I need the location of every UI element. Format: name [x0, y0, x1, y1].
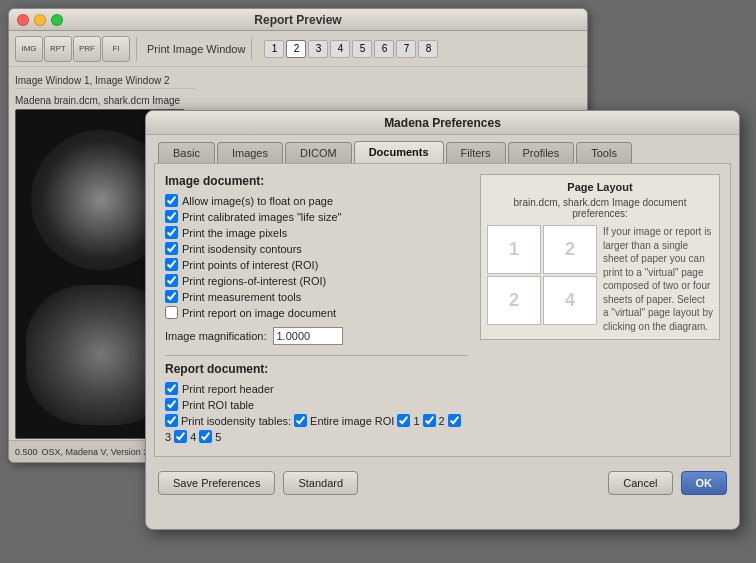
preferences-dialog: Madena Preferences Basic Images DICOM Do… — [145, 110, 740, 530]
cb-roi-label: Print regions-of-interest (ROI) — [182, 275, 326, 287]
image-doc-title: Image document: — [165, 174, 468, 188]
magnification-row: Image magnification: — [165, 327, 468, 345]
cb-poi-label: Print points of interest (ROI) — [182, 259, 318, 271]
tab-tools[interactable]: Tools — [576, 142, 632, 163]
cb-pixels[interactable] — [165, 226, 178, 239]
bg-toolbar: IMG RPT PRF FI Print Image Window 1 2 3 … — [9, 31, 587, 67]
page-layout-hint: If your image or report is larger than a… — [603, 225, 713, 333]
cb-iso-5[interactable] — [199, 430, 212, 443]
toolbar-group-image: IMG RPT PRF FI — [15, 36, 130, 62]
page-tab-7[interactable]: 7 — [396, 40, 416, 58]
cb-report-header-label: Print report header — [182, 383, 274, 395]
dialog-title: Madena Preferences — [384, 116, 501, 130]
cb-pixels-label: Print the image pixels — [182, 227, 287, 239]
page-cell-4[interactable]: 4 — [543, 276, 597, 325]
cb-entire-image[interactable] — [294, 414, 307, 427]
page-tab-5[interactable]: 5 — [352, 40, 372, 58]
cb-roi[interactable] — [165, 274, 178, 287]
checkbox-measurement: Print measurement tools — [165, 290, 468, 303]
page-tab-4[interactable]: 4 — [330, 40, 350, 58]
page-tab-3[interactable]: 3 — [308, 40, 328, 58]
dialog-content: Image document: Allow image(s) to float … — [154, 163, 731, 457]
toolbar-btn-report[interactable]: RPT — [44, 36, 72, 62]
cb-isodensity-label: Print isodensity contours — [182, 243, 302, 255]
cb-iso-1-label: 1 — [413, 415, 419, 427]
cb-float[interactable] — [165, 194, 178, 207]
toolbar-btn-fileinfo[interactable]: FI — [102, 36, 130, 62]
left-panel: Image document: Allow image(s) to float … — [165, 174, 468, 446]
minimize-button[interactable] — [34, 14, 46, 26]
tab-profiles[interactable]: Profiles — [508, 142, 575, 163]
cb-measurement[interactable] — [165, 290, 178, 303]
bg-info-bar: Image Window 1, Image Window 2 — [15, 73, 195, 89]
cb-isodensity-tables[interactable] — [165, 414, 178, 427]
cancel-button[interactable]: Cancel — [608, 471, 672, 495]
cb-measurement-label: Print measurement tools — [182, 291, 301, 303]
page-cell-2[interactable]: 2 — [543, 225, 597, 274]
toolbar-btn-image[interactable]: IMG — [15, 36, 43, 62]
bg-filename: Madena brain.dcm, shark.dcm Image — [15, 93, 195, 109]
save-preferences-button[interactable]: Save Preferences — [158, 471, 275, 495]
mag-label: Image magnification: — [165, 330, 267, 342]
right-panel: Page Layout brain.dcm, shark.dcm Image d… — [480, 174, 720, 446]
page-layout-box: Page Layout brain.dcm, shark.dcm Image d… — [480, 174, 720, 340]
bg-titlebar: Report Preview — [9, 9, 587, 31]
page-layout-title: Page Layout — [487, 181, 713, 193]
ok-button[interactable]: OK — [681, 471, 728, 495]
cb-isodensity-tables-label: Print isodensity tables: — [181, 415, 291, 427]
cb-report-header[interactable] — [165, 382, 178, 395]
cb-float-label: Allow image(s) to float on page — [182, 195, 333, 207]
dialog-titlebar: Madena Preferences — [146, 111, 739, 135]
tab-images[interactable]: Images — [217, 142, 283, 163]
tabs-bar: Basic Images DICOM Documents Filters Pro… — [146, 135, 739, 163]
cb-roi-table[interactable] — [165, 398, 178, 411]
mag-input[interactable] — [273, 327, 343, 345]
divider — [165, 355, 468, 356]
page-tab-2[interactable]: 2 — [286, 40, 306, 58]
cb-calibrated[interactable] — [165, 210, 178, 223]
maximize-button[interactable] — [51, 14, 63, 26]
checkbox-float: Allow image(s) to float on page — [165, 194, 468, 207]
toolbar-btn-profile[interactable]: PRF — [73, 36, 101, 62]
cb-iso-4[interactable] — [174, 430, 187, 443]
cb-report-on-image[interactable] — [165, 306, 178, 319]
cb-report-on-image-label: Print report on image document — [182, 307, 336, 319]
close-button[interactable] — [17, 14, 29, 26]
report-doc-title: Report document: — [165, 362, 468, 376]
checkbox-isodensity: Print isodensity contours — [165, 242, 468, 255]
tab-basic[interactable]: Basic — [158, 142, 215, 163]
page-grid: 1 2 2 4 — [487, 225, 597, 325]
cb-iso-1[interactable] — [397, 414, 410, 427]
page-tab-1[interactable]: 1 — [264, 40, 284, 58]
checkbox-report-header: Print report header — [165, 382, 468, 395]
print-image-label: Print Image Window — [147, 43, 245, 55]
cb-iso-2[interactable] — [423, 414, 436, 427]
cb-isodensity[interactable] — [165, 242, 178, 255]
checkbox-poi: Print points of interest (ROI) — [165, 258, 468, 271]
cb-entire-image-label: Entire image — [310, 415, 372, 427]
checkbox-pixels: Print the image pixels — [165, 226, 468, 239]
tab-documents[interactable]: Documents — [354, 141, 444, 163]
cb-poi[interactable] — [165, 258, 178, 271]
page-cell-3[interactable]: 2 — [487, 276, 541, 325]
zoom-value: 0.500 — [15, 447, 38, 457]
checkbox-roi: Print regions-of-interest (ROI) — [165, 274, 468, 287]
traffic-lights — [17, 14, 63, 26]
page-cell-1[interactable]: 1 — [487, 225, 541, 274]
dialog-buttons: Save Preferences Standard Cancel OK — [146, 465, 739, 505]
cb-iso-3[interactable] — [448, 414, 461, 427]
page-tabs-row: 1 2 3 4 5 6 7 8 — [258, 38, 444, 60]
page-tab-8[interactable]: 8 — [418, 40, 438, 58]
tab-dicom[interactable]: DICOM — [285, 142, 352, 163]
standard-button[interactable]: Standard — [283, 471, 358, 495]
cb-iso-2-label: 2 — [439, 415, 445, 427]
page-tab-6[interactable]: 6 — [374, 40, 394, 58]
toolbar-separator-2 — [251, 37, 252, 61]
bg-window-title: Report Preview — [254, 13, 341, 27]
checkbox-roi-table: Print ROI table — [165, 398, 468, 411]
cb-iso-3-label: 3 — [165, 431, 171, 443]
cb-calibrated-label: Print calibrated images "life size" — [182, 211, 341, 223]
roi-label: ROI — [375, 415, 395, 427]
tab-filters[interactable]: Filters — [446, 142, 506, 163]
cb-iso-5-label: 5 — [215, 431, 221, 443]
